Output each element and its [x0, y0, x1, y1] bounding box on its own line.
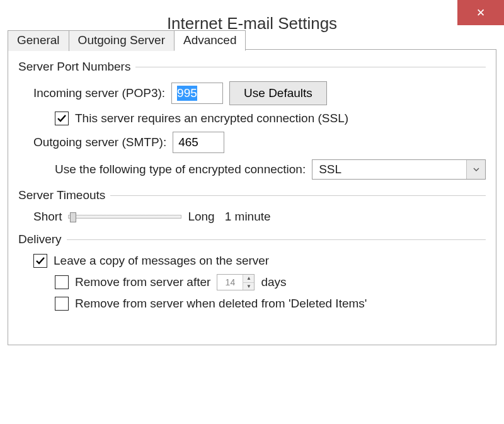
encryption-type-label: Use the following type of encrypted conn…	[55, 163, 306, 176]
timeout-long-label: Long	[188, 210, 214, 224]
incoming-port-value: 995	[177, 86, 197, 101]
chevron-down-icon	[473, 168, 479, 171]
ssl-checkbox-label: This server requires an encrypted connec…	[75, 112, 348, 125]
group-divider	[135, 67, 486, 67]
check-icon	[35, 256, 45, 266]
remove-deleted-checkbox[interactable]	[55, 297, 69, 311]
tab-strip: General Outgoing Server Advanced	[8, 30, 495, 51]
settings-panel: General Outgoing Server Advanced Server …	[8, 49, 496, 345]
group-server-timeouts: Server Timeouts Short Long 1 minute	[18, 188, 486, 224]
group-delivery: Delivery Leave a copy of messages on the…	[18, 232, 486, 311]
remove-after-checkbox[interactable]	[55, 275, 69, 289]
check-icon	[57, 113, 67, 123]
close-icon: ✕	[476, 6, 485, 20]
leave-copy-checkbox[interactable]	[33, 254, 47, 268]
remove-after-label: Remove from server after	[75, 275, 210, 289]
incoming-server-label: Incoming server (POP3):	[33, 86, 165, 100]
outgoing-server-label: Outgoing server (SMTP):	[33, 135, 166, 149]
group-divider	[67, 239, 486, 240]
leave-copy-label: Leave a copy of messages on the server	[54, 254, 269, 268]
slider-thumb[interactable]	[70, 212, 76, 222]
encryption-type-value: SSL	[312, 163, 466, 176]
tab-general[interactable]: General	[8, 30, 69, 51]
timeout-short-label: Short	[33, 210, 62, 224]
close-button[interactable]: ✕	[457, 0, 504, 25]
group-title-delivery: Delivery	[18, 232, 67, 246]
group-title-ports: Server Port Numbers	[18, 60, 135, 74]
group-title-timeouts: Server Timeouts	[18, 188, 110, 202]
timeout-value: 1 minute	[225, 210, 271, 224]
spinner-up-button[interactable]: ▲	[243, 275, 254, 283]
remove-after-days-value: 14	[217, 275, 243, 290]
ssl-checkbox[interactable]	[55, 112, 69, 125]
encryption-type-select[interactable]: SSL	[312, 159, 486, 180]
dropdown-button[interactable]	[466, 160, 485, 179]
remove-after-days-suffix: days	[261, 275, 286, 289]
spinner-down-button[interactable]: ▼	[243, 283, 254, 290]
use-defaults-button[interactable]: Use Defaults	[229, 81, 327, 105]
incoming-server-port-input[interactable]: 995	[171, 83, 223, 104]
group-divider	[110, 195, 486, 196]
outgoing-server-port-input[interactable]	[173, 132, 224, 153]
tab-outgoing-server[interactable]: Outgoing Server	[69, 30, 175, 51]
remove-after-days-spinner[interactable]: 14 ▲ ▼	[217, 274, 255, 290]
timeout-slider[interactable]	[68, 215, 181, 219]
remove-deleted-label: Remove from server when deleted from 'De…	[75, 297, 367, 311]
tab-advanced[interactable]: Advanced	[174, 30, 246, 51]
group-server-port-numbers: Server Port Numbers Incoming server (POP…	[18, 60, 486, 180]
